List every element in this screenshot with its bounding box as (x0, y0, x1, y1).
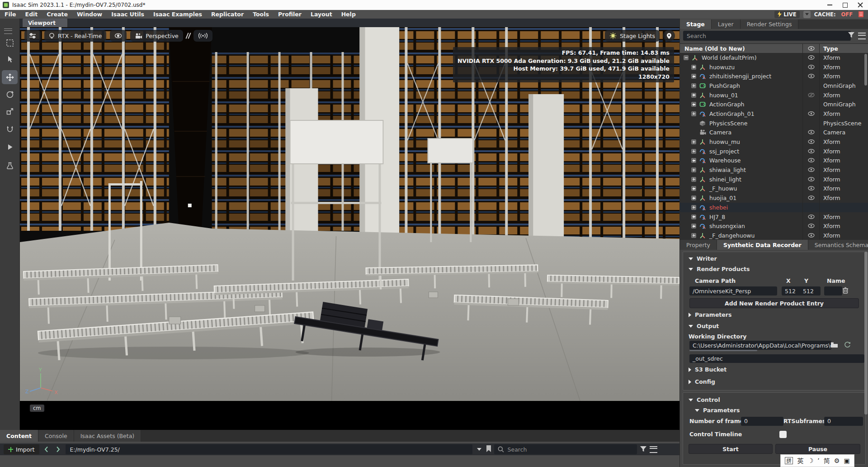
table-row[interactable]: PushGraph OmniGraph (680, 81, 868, 91)
table-row[interactable]: huojia_01 Xform (680, 193, 868, 203)
live-dropdown-button[interactable] (803, 11, 811, 18)
ime-button[interactable]: 英 (797, 457, 803, 464)
expander-icon[interactable] (691, 83, 696, 88)
rtsubframes-input[interactable]: 0 (824, 417, 863, 426)
visibility-toggle[interactable] (808, 232, 815, 239)
pause-button[interactable]: Pause (775, 444, 860, 454)
visibility-toggle[interactable] (808, 138, 815, 145)
table-row[interactable]: World (defaultPrim) Xform (680, 53, 868, 62)
rotate-tool[interactable] (2, 87, 18, 101)
refresh-button[interactable] (844, 341, 851, 349)
visibility-toggle[interactable] (808, 176, 815, 183)
tab-layer[interactable]: Layer (712, 19, 741, 29)
visibility-toggle[interactable] (808, 73, 815, 80)
menu-item[interactable]: Profiler (274, 11, 306, 18)
menu-item[interactable]: Tools (248, 11, 274, 18)
expander-icon[interactable] (691, 93, 696, 98)
expander-icon[interactable] (691, 233, 696, 238)
content-search-input[interactable]: Search (494, 444, 637, 454)
visibility-toggle[interactable] (808, 129, 815, 136)
name-column-header[interactable]: Name (Old to New) (680, 45, 802, 52)
delete-render-product-button[interactable] (842, 287, 849, 295)
render-products-section-header[interactable]: Render Products (683, 266, 865, 272)
dock-menu-icon[interactable] (4, 29, 12, 34)
expander-icon[interactable] (691, 177, 696, 182)
table-row[interactable]: shinei_light Xform (680, 175, 868, 184)
control-section-header[interactable]: Control (683, 396, 865, 403)
type-column-header[interactable]: Type (819, 44, 868, 53)
menu-item[interactable]: Help (337, 11, 360, 18)
stage-filter-button[interactable] (848, 32, 855, 39)
table-row[interactable]: _F_huowu Xform (680, 184, 868, 194)
s3-bucket-section-header[interactable]: S3 Bucket (683, 366, 865, 373)
scale-tool[interactable] (2, 104, 18, 118)
table-row[interactable]: HJ7_8 Xform (680, 212, 868, 222)
minimize-button[interactable] (822, 0, 837, 10)
maximize-button[interactable] (837, 0, 853, 10)
ime-button[interactable]: ⚙ (834, 457, 840, 464)
live-sync-button[interactable]: LIVE (774, 11, 799, 18)
render-y-input[interactable]: 512 (800, 286, 821, 295)
input-hscrollbar[interactable] (689, 350, 757, 351)
menu-item[interactable]: Window (72, 11, 107, 18)
visibility-toggle[interactable] (808, 167, 815, 173)
toolbar-grip-icon[interactable] (187, 33, 190, 39)
browse-folder-button[interactable] (830, 342, 838, 349)
marquee-select-tool[interactable] (2, 36, 18, 50)
expander-icon[interactable] (691, 158, 696, 163)
select-tool[interactable] (2, 52, 18, 66)
expander-icon[interactable] (691, 224, 696, 229)
renderer-select[interactable]: RTX - Real-Time (44, 30, 106, 42)
menu-item[interactable]: Edit (21, 11, 42, 18)
expander-icon[interactable] (691, 102, 696, 107)
visibility-toggle[interactable] (808, 195, 815, 201)
move-tool[interactable] (2, 70, 18, 84)
control-timeline-checkbox[interactable] (779, 431, 787, 438)
bookmark-button[interactable] (486, 445, 491, 454)
capture-button[interactable] (193, 30, 212, 42)
inspector-scrollbar[interactable] (864, 252, 868, 415)
visibility-toggle[interactable] (808, 185, 815, 192)
table-row[interactable]: shusongxian Xform (680, 221, 868, 231)
control-parameters-section-header[interactable]: Parameters (683, 407, 865, 414)
content-options-button[interactable] (650, 446, 657, 453)
visibility-toggle[interactable] (808, 92, 815, 99)
units-badge[interactable]: cm (30, 405, 44, 412)
table-row[interactable]: _F_dangehuowu Xform (680, 231, 868, 240)
table-row[interactable]: ssj_project Xform (680, 147, 868, 156)
camera-path-input[interactable]: /OmniverseKit_Persp (689, 286, 777, 295)
camera-select[interactable]: Perspective (130, 30, 183, 42)
tab-viewport[interactable]: Viewport (23, 19, 68, 27)
writer-section-header[interactable]: Writer (683, 255, 865, 262)
ime-button[interactable]: ☽ (807, 457, 813, 464)
visibility-toggle[interactable] (808, 54, 815, 61)
tab-render-settings[interactable]: Render Settings (741, 19, 799, 29)
menu-item[interactable]: Isaac Utils (107, 11, 149, 18)
expander-icon[interactable] (691, 205, 696, 210)
viewport-settings-button[interactable] (24, 30, 41, 42)
visibility-toggle[interactable] (808, 64, 815, 71)
import-button[interactable]: Import (4, 444, 39, 454)
physics-tool[interactable] (2, 158, 18, 172)
path-input[interactable]: E:/mydin-OV7.25/ (66, 444, 472, 454)
ime-button[interactable]: 简 (824, 457, 830, 464)
table-row[interactable]: huowu_mu Xform (680, 137, 868, 147)
ime-button[interactable]: ʼ (817, 457, 819, 464)
table-row[interactable]: zhituitishengji_project Xform (680, 71, 868, 81)
forward-button[interactable] (54, 444, 63, 454)
add-render-product-button[interactable]: Add New Render Product Entry (689, 298, 859, 308)
table-row[interactable]: huowuzu Xform (680, 62, 868, 72)
menu-item[interactable]: Create (42, 11, 72, 18)
tab-property[interactable]: Property (680, 240, 717, 250)
table-row[interactable]: ActionGraph_01 Xform (680, 109, 868, 119)
start-button[interactable]: Start (689, 444, 773, 454)
stage-lights-button[interactable]: Stage Lights (605, 30, 660, 42)
visibility-toggle[interactable] (808, 148, 815, 155)
tab-content[interactable]: Content (0, 430, 38, 442)
snap-tool[interactable] (2, 122, 18, 136)
expander-icon[interactable] (691, 186, 696, 191)
expander-icon[interactable] (684, 55, 689, 60)
expander-icon[interactable] (691, 139, 696, 144)
table-row[interactable]: ActionGraph OmniGraph (680, 100, 868, 109)
ime-button[interactable]: ▣ (844, 457, 850, 464)
